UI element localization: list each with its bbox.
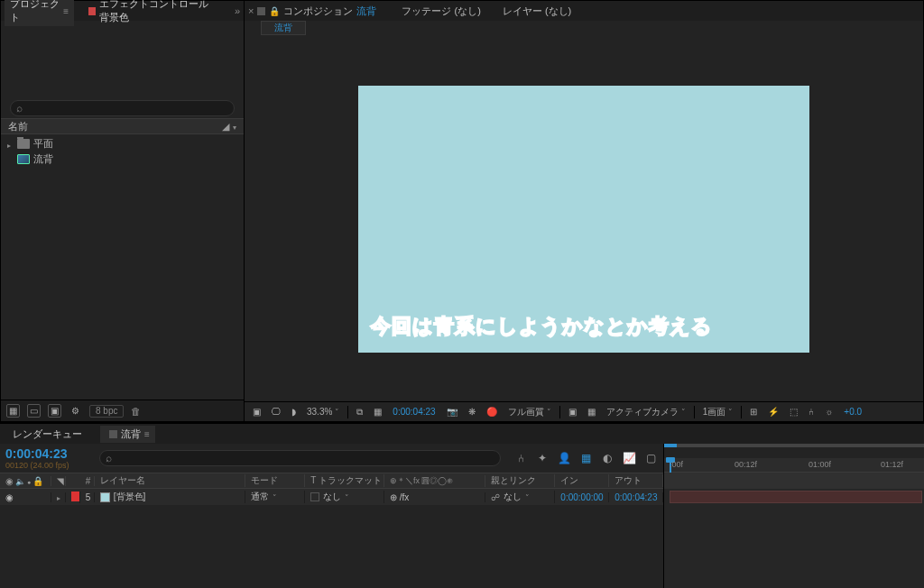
motion-blur-icon[interactable]: ◐ [600,451,614,465]
draft3d-icon[interactable]: ✦ [535,451,550,465]
snapshot-button[interactable]: 📷 [444,407,460,417]
tab-composition[interactable]: コンポジション 流背 [248,5,380,18]
show-snapshot-button[interactable]: ❋ [466,407,478,417]
tabs-overflow-icon[interactable] [235,5,240,16]
timeline-search-box[interactable] [99,450,501,466]
pixel-aspect-button[interactable]: ⊞ [747,407,760,417]
timeline-navigator-thumb[interactable] [664,444,677,447]
sort-icon[interactable] [233,121,236,133]
layer-bar[interactable] [670,491,922,503]
tab-layer[interactable]: レイヤー (なし) [503,5,571,18]
col-trackmatte[interactable]: T トラックマット [305,474,384,487]
project-search-input[interactable] [26,103,228,114]
layer-in[interactable]: 0:00:00:00 [555,492,609,502]
top-row: プロジェクト エフェクトコントロール 背景色 名前 ◢ [0,0,924,422]
tree-row-folder[interactable]: 平面 [1,136,244,152]
composition-canvas[interactable]: 今回は青系にしようかなとか考える [358,86,809,353]
layer-visibility-toggle[interactable] [5,492,14,502]
layer-trackmatte[interactable]: なし [323,491,341,503]
tab-layer-label: レイヤー (なし) [503,5,571,18]
trackmatte-toggle[interactable] [310,492,319,501]
layer-row[interactable]: · · · ▸ 5 [背景色] 通常 [0,489,663,505]
frame-blend-icon[interactable]: ▦ [578,451,593,465]
layer-name[interactable]: [背景色] [114,491,146,503]
col-parent[interactable]: 親とリンク [485,474,556,487]
parent-dropdown-icon[interactable] [525,492,530,502]
close-tab-icon[interactable] [248,5,254,16]
trash-button[interactable] [131,406,141,417]
bpc-badge[interactable]: 8 bpc [89,405,124,418]
mode-dropdown-icon[interactable] [273,492,277,502]
col-label[interactable]: ◥ [51,476,66,486]
layer-switches-cell[interactable]: ⊕ /fx [384,492,485,502]
tab-footage[interactable]: フッテージ (なし) [402,5,480,18]
col-out[interactable]: アウト [609,474,663,487]
current-frame: 00120 (24.00 fps) [5,461,94,470]
current-timecode[interactable]: 0:00:04:23 [5,446,94,461]
mask-button[interactable]: ◗ [289,407,299,417]
quality-dropdown[interactable]: フル画質 [505,406,554,418]
timeline-navigator[interactable]: :00f 00:12f 01:00f 01:12f [664,444,924,473]
layer-out[interactable]: 0:00:04:23 [609,492,663,502]
timeline-navigator-track[interactable] [664,444,924,447]
col-switches[interactable]: ⊕＊＼fx 圓◎◯⊕ [384,475,485,487]
zoom-dropdown[interactable]: 33.3% [304,407,342,417]
tab-render-queue[interactable]: レンダーキュー [7,426,88,443]
resolution-button[interactable]: ⧉ [354,407,365,418]
always-preview-button[interactable]: ▣ [250,407,263,417]
marker-icon[interactable]: ▢ [643,451,658,465]
pickwhip-icon[interactable] [491,492,500,502]
monitor-button[interactable]: 🖵 [269,407,283,417]
shy-toggle-icon[interactable]: 👤 [557,451,571,465]
camera-dropdown[interactable]: アクティブカメラ [604,406,688,418]
new-folder-button[interactable]: ▭ [27,404,41,418]
timecode-block[interactable]: 0:00:04:23 00120 (24.00 fps) [0,445,99,472]
current-time-display[interactable]: 0:00:04:23 [390,407,438,417]
toggle-alpha-button[interactable]: ▦ [371,407,384,417]
trackmatte-dropdown-icon[interactable] [345,492,349,502]
twisty-icon[interactable] [5,139,14,150]
col-name-label: 名前 [8,120,28,133]
comp-swatch-icon [109,430,117,438]
layer-twisty-icon[interactable]: ▸ [57,494,60,502]
new-comp-button[interactable]: ▣ [48,404,61,418]
graph-editor-icon[interactable]: 📈 [622,451,636,465]
channel-button[interactable]: 🔴 [484,407,500,417]
views-dropdown[interactable]: 1画面 [700,406,736,418]
speaker-icon [15,476,25,486]
fast-preview-button[interactable]: ⚡ [765,407,781,417]
viewer-area[interactable]: 今回は青系にしようかなとか考える [245,37,923,401]
timeline-button[interactable]: ⬚ [787,407,800,417]
panel-menu-icon[interactable] [63,5,69,16]
flowchart-button[interactable]: ⑃ [806,407,817,417]
layer-color-swatch[interactable] [71,492,80,501]
timeline-tabbar: レンダーキュー 流背 [0,424,924,444]
sep [741,406,742,418]
interpret-footage-button[interactable]: ▦ [6,404,20,418]
timeline-search-input[interactable] [116,453,494,464]
search-icon [16,102,23,115]
layer-parent[interactable]: なし [504,491,522,503]
project-column-header[interactable]: 名前 ◢ [1,118,244,134]
project-search-box[interactable] [10,100,235,116]
col-in[interactable]: イン [555,474,609,487]
flowchart-tab-label: 流背 [274,23,292,32]
flowchart-tab[interactable]: 流背 [261,21,306,35]
tab-timeline-comp[interactable]: 流背 [100,426,155,443]
reset-exposure-button[interactable]: ☼ [822,407,836,417]
col-layer-name[interactable]: レイヤー名 [95,474,245,487]
layer-mode[interactable]: 通常 [251,491,269,503]
roi-button[interactable]: ▣ [566,407,579,417]
tree-row-comp[interactable]: 流背 [1,152,244,167]
lock-icon[interactable] [269,5,280,16]
timeline-track-area[interactable] [664,489,924,588]
grid-button[interactable]: ▦ [585,407,598,417]
work-area-bar[interactable] [664,473,924,489]
col-index[interactable]: # [80,476,95,486]
settings-button[interactable]: ⚙ [69,404,82,418]
tab-composition-name: 流背 [356,5,376,18]
col-mode[interactable]: モード [245,474,305,487]
panel-menu-icon[interactable] [144,428,150,439]
comp-mini-flowchart-icon[interactable]: ⑃ [513,451,528,465]
exposure-value[interactable]: +0.0 [841,407,864,417]
